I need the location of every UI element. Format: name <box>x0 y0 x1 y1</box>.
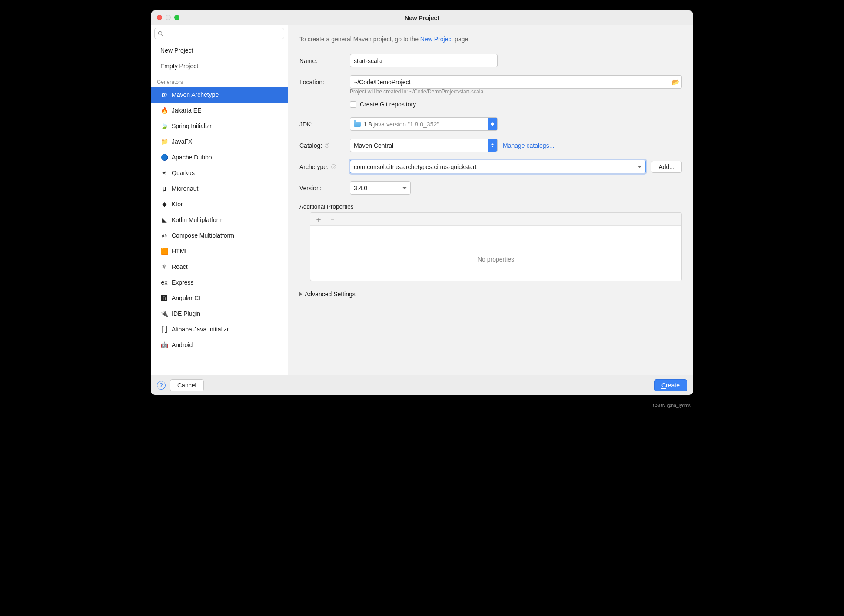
help-button[interactable]: ? <box>157 381 166 390</box>
sidebar-item-label: Ktor <box>172 201 183 208</box>
generator-icon: ◣ <box>160 216 168 223</box>
create-button[interactable]: Create <box>654 379 687 391</box>
sidebar-item-label: Compose Multiplatform <box>172 232 234 239</box>
intro-text: To create a general Maven project, go to… <box>299 36 682 43</box>
catalog-help-icon[interactable]: ? <box>325 143 329 148</box>
titlebar: New Project <box>151 10 693 25</box>
sidebar-item[interactable]: New Project <box>151 43 288 58</box>
sidebar-item[interactable]: ✴Quarkus <box>151 165 288 181</box>
generator-icon: m <box>160 91 168 98</box>
sidebar-item[interactable]: ⎡⎦Alibaba Java Initializr <box>151 321 288 337</box>
create-label: Create <box>661 382 680 389</box>
sidebar-search-input[interactable] <box>154 28 284 39</box>
archetype-value: com.consol.citrus.archetypes:citrus-quic… <box>354 163 476 170</box>
catalog-value: Maven Central <box>354 142 393 149</box>
catalog-select[interactable]: Maven Central <box>350 139 498 152</box>
cancel-button[interactable]: Cancel <box>170 379 204 391</box>
sidebar: New ProjectEmpty ProjectGeneratorsmMaven… <box>151 25 288 375</box>
generator-icon: ◆ <box>160 201 168 208</box>
git-label: Create Git repository <box>360 101 416 108</box>
generator-icon: ✴ <box>160 169 168 176</box>
sidebar-item[interactable]: μMicronaut <box>151 181 288 196</box>
remove-property-button[interactable]: － <box>329 214 336 225</box>
catalog-label: Catalog: <box>299 142 322 149</box>
add-property-button[interactable]: ＋ <box>315 214 322 225</box>
sidebar-item[interactable]: 🔥Jakarta EE <box>151 103 288 118</box>
sidebar-item-label: Quarkus <box>172 169 195 176</box>
git-checkbox[interactable] <box>350 101 356 108</box>
sidebar-section-header: Generators <box>151 74 288 87</box>
location-label: Location: <box>299 79 350 86</box>
sidebar-item[interactable]: exExpress <box>151 275 288 290</box>
sidebar-item-label: React <box>172 263 188 270</box>
location-input[interactable]: ~/Code/DemoProject <box>350 75 682 89</box>
sidebar-item[interactable]: ⚛React <box>151 259 288 275</box>
chevron-down-icon <box>638 166 642 168</box>
advanced-settings-toggle[interactable]: Advanced Settings <box>299 291 682 298</box>
intro-prefix: To create a general Maven project, go to… <box>299 36 420 43</box>
archetype-input[interactable]: com.consol.citrus.archetypes:citrus-quic… <box>350 160 646 173</box>
maximize-window-button[interactable] <box>174 15 179 20</box>
sidebar-item[interactable]: mMaven Archetype <box>151 87 288 103</box>
sidebar-item[interactable]: ◆Ktor <box>151 196 288 212</box>
archetype-label: Archetype: <box>299 163 329 170</box>
footer: ? Cancel Create <box>151 375 693 395</box>
additional-properties-label: Additional Properties <box>299 203 682 210</box>
jdk-value: 1.8 <box>363 121 372 128</box>
generator-icon: ◎ <box>160 232 168 239</box>
sidebar-item[interactable]: 📁JavaFX <box>151 134 288 149</box>
intro-suffix: page. <box>453 36 470 43</box>
sidebar-item-label: Kotlin Multiplatform <box>172 216 223 223</box>
sidebar-item[interactable]: 🔌IDE Plugin <box>151 306 288 321</box>
browse-folder-icon[interactable]: 📂 <box>672 79 679 86</box>
sidebar-item[interactable]: 🔵Apache Dubbo <box>151 149 288 165</box>
sidebar-item[interactable]: 🍃Spring Initializr <box>151 118 288 134</box>
chevron-right-icon <box>299 292 302 296</box>
generator-icon: 🤖 <box>160 341 168 348</box>
properties-header <box>310 226 681 238</box>
sidebar-item-label: Apache Dubbo <box>172 154 212 161</box>
sidebar-item[interactable]: 🟧HTML <box>151 243 288 259</box>
properties-empty-text: No properties <box>310 238 681 281</box>
sidebar-item-label: JavaFX <box>172 138 192 145</box>
sidebar-item[interactable]: 🤖Android <box>151 337 288 353</box>
name-input[interactable]: start-scala <box>350 54 498 67</box>
archetype-label-wrap: Archetype: ? <box>299 163 350 170</box>
sidebar-item[interactable]: ◎Compose Multiplatform <box>151 228 288 243</box>
close-window-button[interactable] <box>157 15 162 20</box>
svg-line-1 <box>162 35 163 36</box>
catalog-label-wrap: Catalog: ? <box>299 142 350 149</box>
archetype-help-icon[interactable]: ? <box>331 164 336 169</box>
properties-col-1 <box>310 226 496 238</box>
sidebar-item-label: HTML <box>172 248 188 255</box>
search-icon <box>157 30 163 36</box>
sidebar-item-label: Empty Project <box>160 63 198 70</box>
minimize-window-button[interactable] <box>166 15 171 20</box>
cancel-label: Cancel <box>177 382 196 389</box>
version-label: Version: <box>299 185 350 192</box>
version-select[interactable]: 3.4.0 <box>350 181 411 195</box>
jdk-stepper-icon <box>488 118 497 130</box>
properties-table: ＋ － No properties <box>310 212 682 281</box>
sidebar-item[interactable]: ◣Kotlin Multiplatform <box>151 212 288 228</box>
version-value: 3.4.0 <box>354 185 367 192</box>
generator-icon: 🟧 <box>160 248 168 255</box>
sidebar-item-label: Micronaut <box>172 185 198 192</box>
location-value: ~/Code/DemoProject <box>354 79 410 86</box>
sidebar-item[interactable]: Empty Project <box>151 58 288 74</box>
manage-catalogs-link[interactable]: Manage catalogs... <box>503 142 554 149</box>
new-project-link[interactable]: New Project <box>420 36 453 43</box>
sidebar-item-label: Spring Initializr <box>172 123 212 129</box>
sidebar-item[interactable]: 🅰Angular CLI <box>151 290 288 306</box>
name-value: start-scala <box>354 57 382 64</box>
window-title: New Project <box>151 14 693 21</box>
properties-col-2 <box>496 226 682 238</box>
sidebar-list: New ProjectEmpty ProjectGeneratorsmMaven… <box>151 42 288 375</box>
generator-icon: 🔵 <box>160 154 168 161</box>
add-archetype-button[interactable]: Add... <box>651 161 682 173</box>
new-project-window: New Project New ProjectEmpty ProjectGene… <box>151 10 693 395</box>
jdk-select[interactable]: 1.8 java version "1.8.0_352" <box>350 117 498 131</box>
text-cursor <box>477 163 477 170</box>
generator-icon: 📁 <box>160 138 168 145</box>
generator-icon: 🍃 <box>160 123 168 129</box>
